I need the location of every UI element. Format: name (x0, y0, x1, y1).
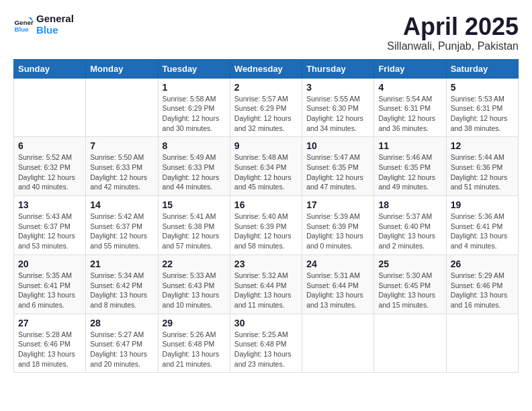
calendar-cell: 12Sunrise: 5:44 AM Sunset: 6:36 PM Dayli… (446, 137, 518, 196)
logo-icon: General Blue (13, 15, 34, 35)
day-info: Sunrise: 5:27 AM Sunset: 6:47 PM Dayligh… (90, 330, 153, 369)
day-number: 16 (234, 199, 298, 210)
calendar-week-row: 20Sunrise: 5:35 AM Sunset: 6:41 PM Dayli… (14, 255, 519, 314)
day-number: 23 (234, 259, 298, 269)
calendar-cell: 28Sunrise: 5:27 AM Sunset: 6:47 PM Dayli… (86, 314, 158, 373)
day-info: Sunrise: 5:44 AM Sunset: 6:36 PM Dayligh… (451, 152, 514, 192)
weekday-header-sunday: Sunday (14, 59, 86, 78)
calendar-cell (374, 314, 446, 373)
day-info: Sunrise: 5:57 AM Sunset: 6:29 PM Dayligh… (234, 94, 298, 134)
day-number: 2 (234, 82, 298, 93)
calendar-cell: 30Sunrise: 5:25 AM Sunset: 6:48 PM Dayli… (230, 314, 302, 373)
day-number: 20 (18, 259, 81, 269)
calendar-cell: 14Sunrise: 5:42 AM Sunset: 6:37 PM Dayli… (86, 196, 158, 255)
day-number: 28 (90, 318, 153, 328)
day-info: Sunrise: 5:31 AM Sunset: 6:44 PM Dayligh… (306, 271, 369, 310)
calendar-cell: 27Sunrise: 5:28 AM Sunset: 6:46 PM Dayli… (14, 314, 86, 373)
weekday-header-monday: Monday (86, 59, 158, 78)
calendar-cell: 24Sunrise: 5:31 AM Sunset: 6:44 PM Dayli… (302, 255, 374, 314)
day-number: 4 (378, 82, 441, 93)
day-number: 17 (306, 199, 369, 210)
logo-blue: Blue (36, 25, 74, 36)
calendar-cell: 1Sunrise: 5:58 AM Sunset: 6:29 PM Daylig… (158, 78, 230, 137)
day-number: 6 (18, 140, 81, 151)
day-number: 15 (163, 199, 226, 210)
day-info: Sunrise: 5:25 AM Sunset: 6:48 PM Dayligh… (234, 330, 298, 369)
day-number: 11 (378, 140, 441, 151)
day-number: 22 (163, 259, 226, 269)
weekday-header-wednesday: Wednesday (230, 59, 302, 78)
calendar-cell: 16Sunrise: 5:40 AM Sunset: 6:39 PM Dayli… (230, 196, 302, 255)
day-number: 18 (378, 199, 441, 210)
calendar-cell: 20Sunrise: 5:35 AM Sunset: 6:41 PM Dayli… (14, 255, 86, 314)
calendar-cell: 25Sunrise: 5:30 AM Sunset: 6:45 PM Dayli… (374, 255, 446, 314)
calendar-week-row: 1Sunrise: 5:58 AM Sunset: 6:29 PM Daylig… (14, 78, 519, 137)
day-info: Sunrise: 5:28 AM Sunset: 6:46 PM Dayligh… (18, 330, 81, 369)
svg-text:Blue: Blue (15, 25, 30, 32)
day-number: 7 (90, 140, 153, 151)
calendar-cell (14, 78, 86, 137)
calendar-cell: 17Sunrise: 5:39 AM Sunset: 6:39 PM Dayli… (302, 196, 374, 255)
calendar: SundayMondayTuesdayWednesdayThursdayFrid… (13, 59, 519, 373)
day-info: Sunrise: 5:35 AM Sunset: 6:41 PM Dayligh… (18, 271, 81, 310)
weekday-header-saturday: Saturday (446, 59, 518, 78)
day-number: 26 (451, 259, 514, 269)
day-info: Sunrise: 5:47 AM Sunset: 6:35 PM Dayligh… (306, 152, 369, 192)
day-number: 10 (306, 140, 369, 151)
logo: General Blue General Blue (13, 13, 74, 36)
day-number: 30 (234, 318, 298, 328)
day-info: Sunrise: 5:49 AM Sunset: 6:33 PM Dayligh… (163, 152, 226, 192)
calendar-cell: 13Sunrise: 5:43 AM Sunset: 6:37 PM Dayli… (14, 196, 86, 255)
header: General Blue General Blue April 2025 Sil… (13, 13, 519, 52)
calendar-cell: 2Sunrise: 5:57 AM Sunset: 6:29 PM Daylig… (230, 78, 302, 137)
calendar-cell: 8Sunrise: 5:49 AM Sunset: 6:33 PM Daylig… (158, 137, 230, 196)
calendar-cell: 19Sunrise: 5:36 AM Sunset: 6:41 PM Dayli… (446, 196, 518, 255)
day-number: 8 (163, 140, 226, 151)
day-number: 5 (451, 82, 514, 93)
calendar-cell (86, 78, 158, 137)
day-number: 29 (163, 318, 226, 328)
logo-general: General (36, 13, 74, 25)
calendar-week-row: 27Sunrise: 5:28 AM Sunset: 6:46 PM Dayli… (14, 314, 519, 373)
day-info: Sunrise: 5:37 AM Sunset: 6:40 PM Dayligh… (378, 212, 441, 251)
day-number: 12 (451, 140, 514, 151)
day-number: 1 (163, 82, 226, 93)
day-info: Sunrise: 5:40 AM Sunset: 6:39 PM Dayligh… (234, 212, 298, 251)
calendar-cell: 15Sunrise: 5:41 AM Sunset: 6:38 PM Dayli… (158, 196, 230, 255)
calendar-cell: 22Sunrise: 5:33 AM Sunset: 6:43 PM Dayli… (158, 255, 230, 314)
title-area: April 2025 Sillanwali, Punjab, Pakistan (387, 13, 519, 52)
weekday-header-tuesday: Tuesday (158, 59, 230, 78)
day-number: 27 (18, 318, 81, 328)
day-number: 25 (378, 259, 441, 269)
weekday-header-friday: Friday (374, 59, 446, 78)
day-number: 24 (306, 259, 369, 269)
day-info: Sunrise: 5:26 AM Sunset: 6:48 PM Dayligh… (163, 330, 226, 369)
day-info: Sunrise: 5:34 AM Sunset: 6:42 PM Dayligh… (90, 271, 153, 310)
day-number: 14 (90, 199, 153, 210)
day-info: Sunrise: 5:42 AM Sunset: 6:37 PM Dayligh… (90, 212, 153, 251)
weekday-header-row: SundayMondayTuesdayWednesdayThursdayFrid… (14, 59, 519, 78)
calendar-cell: 10Sunrise: 5:47 AM Sunset: 6:35 PM Dayli… (302, 137, 374, 196)
day-info: Sunrise: 5:55 AM Sunset: 6:30 PM Dayligh… (306, 94, 369, 134)
day-info: Sunrise: 5:39 AM Sunset: 6:39 PM Dayligh… (306, 212, 369, 251)
day-info: Sunrise: 5:46 AM Sunset: 6:35 PM Dayligh… (378, 152, 441, 192)
day-info: Sunrise: 5:32 AM Sunset: 6:44 PM Dayligh… (234, 271, 298, 310)
calendar-cell: 23Sunrise: 5:32 AM Sunset: 6:44 PM Dayli… (230, 255, 302, 314)
calendar-cell: 21Sunrise: 5:34 AM Sunset: 6:42 PM Dayli… (86, 255, 158, 314)
day-info: Sunrise: 5:58 AM Sunset: 6:29 PM Dayligh… (163, 94, 226, 134)
day-info: Sunrise: 5:41 AM Sunset: 6:38 PM Dayligh… (163, 212, 226, 251)
calendar-cell: 26Sunrise: 5:29 AM Sunset: 6:46 PM Dayli… (446, 255, 518, 314)
day-info: Sunrise: 5:53 AM Sunset: 6:31 PM Dayligh… (451, 94, 514, 134)
calendar-cell (302, 314, 374, 373)
calendar-cell: 3Sunrise: 5:55 AM Sunset: 6:30 PM Daylig… (302, 78, 374, 137)
calendar-cell: 11Sunrise: 5:46 AM Sunset: 6:35 PM Dayli… (374, 137, 446, 196)
day-info: Sunrise: 5:33 AM Sunset: 6:43 PM Dayligh… (163, 271, 226, 310)
day-info: Sunrise: 5:43 AM Sunset: 6:37 PM Dayligh… (18, 212, 81, 251)
calendar-week-row: 13Sunrise: 5:43 AM Sunset: 6:37 PM Dayli… (14, 196, 519, 255)
calendar-cell: 5Sunrise: 5:53 AM Sunset: 6:31 PM Daylig… (446, 78, 518, 137)
day-info: Sunrise: 5:30 AM Sunset: 6:45 PM Dayligh… (378, 271, 441, 310)
calendar-cell: 4Sunrise: 5:54 AM Sunset: 6:31 PM Daylig… (374, 78, 446, 137)
calendar-cell: 29Sunrise: 5:26 AM Sunset: 6:48 PM Dayli… (158, 314, 230, 373)
day-number: 13 (18, 199, 81, 210)
day-info: Sunrise: 5:50 AM Sunset: 6:33 PM Dayligh… (90, 152, 153, 192)
